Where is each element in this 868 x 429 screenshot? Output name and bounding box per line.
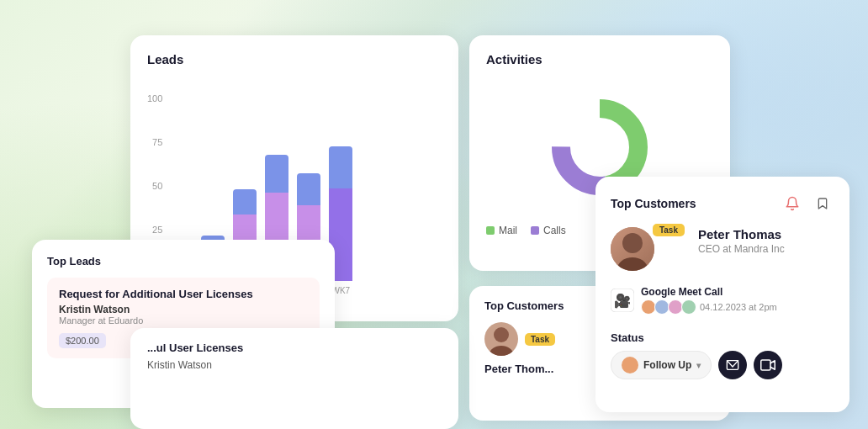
lead-item-title: Request for Additional User Licenses: [59, 288, 308, 300]
legend-label-calls: Calls: [543, 225, 566, 236]
meet-title: Google Meet Call: [641, 286, 834, 298]
leads-bottom-name: Kristin Watson: [147, 359, 442, 371]
legend-calls: Calls: [531, 225, 566, 236]
follow-up-label: Follow Up: [643, 359, 691, 371]
bar-top-5: [297, 173, 320, 205]
y-label-50: 50: [152, 181, 162, 191]
legend-label-mail: Mail: [499, 225, 517, 236]
bookmark-icon: [816, 196, 829, 211]
meet-row: 🎥 Google Meet Call 04.12.2023 at 2pm: [611, 281, 834, 320]
y-label-25: 25: [152, 225, 162, 235]
google-meet-icon: 🎥: [611, 289, 634, 312]
bell-icon-btn[interactable]: [781, 192, 804, 215]
follow-up-button[interactable]: Follow Up ▾: [611, 351, 712, 379]
avatar-silhouette: [484, 322, 518, 356]
activities-card-title: Activities: [486, 52, 713, 66]
video-icon: [760, 359, 775, 371]
google-meet-svg: 🎥: [611, 289, 634, 312]
video-action-button[interactable]: [754, 351, 782, 379]
status-label: Status: [611, 331, 834, 344]
email-icon: [726, 359, 739, 371]
follow-up-avatar: [622, 357, 638, 373]
lead-amount-badge: $200.00: [59, 333, 106, 348]
bookmark-icon-btn[interactable]: [811, 192, 834, 215]
customer-main-row: Task Peter Thomas CEO at Mandra Inc: [611, 227, 834, 271]
meet-avatars: [641, 299, 696, 315]
meet-date: 04.12.2023 at 2pm: [700, 302, 777, 312]
bar-top-6: [329, 146, 352, 188]
avatar-svg: [611, 227, 654, 271]
avatar-wrapper: Task: [611, 227, 654, 271]
customer-name: Peter Thomas: [698, 227, 834, 241]
chevron-down-icon: ▾: [696, 361, 701, 370]
svg-point-2: [622, 233, 643, 253]
svg-text:🎥: 🎥: [614, 293, 631, 309]
bar-top-4: [265, 155, 288, 193]
task-badge-mini: Task: [525, 333, 555, 346]
svg-point-3: [617, 257, 648, 271]
avatar-image: [611, 227, 654, 271]
meet-details-row: 04.12.2023 at 2pm: [641, 299, 834, 315]
svg-point-1: [490, 346, 513, 356]
top-customers-front-card: Top Customers: [595, 177, 849, 412]
y-label-75: 75: [152, 137, 162, 147]
customer-info: Peter Thomas CEO at Mandra Inc: [698, 227, 834, 255]
bell-icon: [785, 196, 800, 211]
svg-point-0: [494, 327, 509, 342]
legend-dot-calls: [531, 226, 539, 235]
card-header-row: Top Customers: [611, 192, 834, 215]
leads-bottom-card: ...ul User Licenses Kristin Watson: [130, 328, 458, 429]
top-leads-title: Top Leads: [47, 255, 320, 267]
lead-item-company: Manager at Eduardo: [59, 315, 308, 326]
leads-card-title: Leads: [147, 52, 442, 66]
icon-row: [781, 192, 834, 215]
svg-rect-7: [761, 360, 770, 370]
avatar-large: [611, 227, 654, 271]
customer-role: CEO at Mandra Inc: [698, 243, 834, 255]
avatar-mini: [484, 322, 518, 356]
bar-top-3: [233, 189, 257, 214]
legend-dot-mail: [486, 226, 495, 235]
legend-mail: Mail: [486, 225, 517, 236]
task-badge: Task: [653, 224, 685, 236]
leads-bottom-title: ...ul User Licenses: [147, 342, 442, 354]
lead-item-name: Kristin Watson: [59, 304, 308, 315]
top-customers-front-title: Top Customers: [611, 197, 696, 210]
email-action-button[interactable]: [718, 351, 747, 379]
meet-avatar-4: [681, 299, 696, 315]
status-row: Follow Up ▾: [611, 351, 834, 379]
meet-info: Google Meet Call 04.12.2023 at 2pm: [641, 286, 834, 315]
status-section: Status Follow Up ▾: [611, 331, 834, 379]
y-label-100: 100: [147, 93, 162, 103]
